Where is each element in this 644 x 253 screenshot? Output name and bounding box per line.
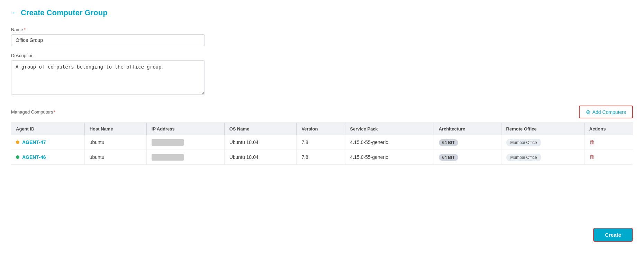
page-container: ← Create Computer Group Name* Descriptio… <box>0 0 644 253</box>
back-arrow-icon[interactable]: ← <box>11 9 17 17</box>
remote-office-cell: Mumbai Office <box>501 150 584 165</box>
create-button[interactable]: Create <box>593 228 633 242</box>
col-remote-office: Remote Office <box>501 123 584 135</box>
service-pack-cell: 4.15.0-55-generic <box>345 135 434 150</box>
delete-button[interactable]: 🗑 <box>589 139 595 145</box>
version-cell: 7.8 <box>297 135 345 150</box>
table-row: AGENT-46 ubuntu ███ ███ ██ Ubuntu 18.04 … <box>11 150 633 165</box>
page-header: ← Create Computer Group <box>11 8 633 17</box>
host-name-cell: ubuntu <box>84 150 146 165</box>
architecture-cell: 64 BIT <box>434 150 501 165</box>
version-cell: 7.8 <box>297 150 345 165</box>
agent-id-cell: AGENT-47 <box>11 135 84 150</box>
host-name-cell: ubuntu <box>84 135 146 150</box>
col-service-pack: Service Pack <box>345 123 434 135</box>
actions-cell: 🗑 <box>584 150 633 165</box>
managed-required-star: * <box>54 109 55 115</box>
add-icon: ⊕ <box>586 109 590 115</box>
name-required-star: * <box>24 27 26 32</box>
service-pack-cell: 4.15.0-55-generic <box>345 150 434 165</box>
col-agent-id: Agent ID <box>11 123 84 135</box>
description-input[interactable]: A group of computers belonging to the of… <box>11 60 205 95</box>
table-header-row: Agent ID Host Name IP Address OS Name Ve… <box>11 123 633 135</box>
computers-table-container: Agent ID Host Name IP Address OS Name Ve… <box>11 123 633 165</box>
managed-computers-label: Managed Computers* <box>11 109 55 115</box>
col-actions: Actions <box>584 123 633 135</box>
status-dot <box>16 141 19 144</box>
computers-table: Agent ID Host Name IP Address OS Name Ve… <box>11 123 633 165</box>
col-version: Version <box>297 123 345 135</box>
delete-button[interactable]: 🗑 <box>589 154 595 160</box>
office-badge: Mumbai Office <box>506 154 541 161</box>
ip-address-cell: ███ ███ ██ <box>146 150 224 165</box>
add-computers-button[interactable]: ⊕ Add Computers <box>579 106 633 118</box>
description-label: Description <box>11 53 633 58</box>
actions-cell: 🗑 <box>584 135 633 150</box>
col-host-name: Host Name <box>84 123 146 135</box>
agent-link[interactable]: AGENT-46 <box>22 154 46 160</box>
name-input[interactable] <box>11 34 205 46</box>
os-name-cell: Ubuntu 18.04 <box>224 135 297 150</box>
status-dot <box>16 155 19 159</box>
col-architecture: Architecture <box>434 123 501 135</box>
name-field: Name* <box>11 27 633 46</box>
agent-link[interactable]: AGENT-47 <box>22 139 46 145</box>
bottom-actions: Create <box>593 228 633 242</box>
table-row: AGENT-47 ubuntu ███ ███ ██ Ubuntu 18.04 … <box>11 135 633 150</box>
remote-office-cell: Mumbai Office <box>501 135 584 150</box>
arch-badge: 64 BIT <box>439 154 458 161</box>
managed-computers-header: Managed Computers* ⊕ Add Computers <box>11 106 633 118</box>
arch-badge: 64 BIT <box>439 139 458 146</box>
ip-blurred: ███ ███ ██ <box>152 154 184 161</box>
col-ip-address: IP Address <box>146 123 224 135</box>
ip-blurred: ███ ███ ██ <box>152 139 184 146</box>
ip-address-cell: ███ ███ ██ <box>146 135 224 150</box>
description-field: Description A group of computers belongi… <box>11 53 633 96</box>
office-badge: Mumbai Office <box>506 139 541 146</box>
page-title: Create Computer Group <box>21 8 108 17</box>
name-label: Name* <box>11 27 633 32</box>
architecture-cell: 64 BIT <box>434 135 501 150</box>
agent-id-cell: AGENT-46 <box>11 150 84 165</box>
os-name-cell: Ubuntu 18.04 <box>224 150 297 165</box>
col-os-name: OS Name <box>224 123 297 135</box>
